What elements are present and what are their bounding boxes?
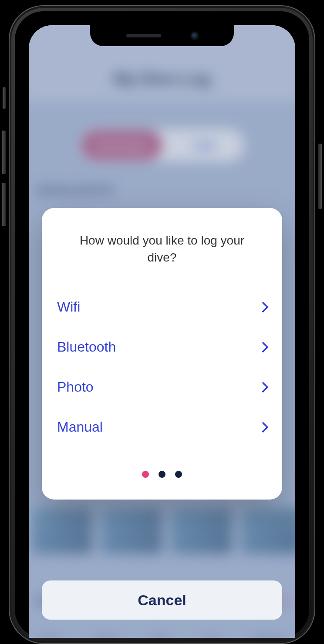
chevron-right-icon bbox=[257, 302, 268, 312]
option-wifi[interactable]: Wifi bbox=[57, 287, 267, 327]
option-bluetooth[interactable]: Bluetooth bbox=[57, 327, 267, 367]
chevron-right-icon bbox=[257, 382, 268, 392]
page-dot-active bbox=[142, 471, 149, 478]
option-photo[interactable]: Photo bbox=[57, 367, 267, 407]
page-dot bbox=[175, 471, 182, 478]
notch bbox=[90, 25, 234, 46]
volume-down-button bbox=[2, 183, 6, 226]
speaker bbox=[126, 34, 161, 37]
chevron-right-icon bbox=[257, 342, 268, 352]
chevron-right-icon bbox=[257, 422, 268, 433]
option-label: Photo bbox=[57, 379, 94, 395]
cancel-label: Cancel bbox=[138, 592, 186, 609]
page-dot bbox=[159, 471, 165, 478]
option-label: Manual bbox=[57, 419, 103, 435]
page-indicator bbox=[57, 471, 267, 478]
phone-frame: My Dive Log Summary List HIGHLIGHTS MY D… bbox=[9, 5, 315, 644]
log-dive-modal: How would you like to log your dive? Wif… bbox=[42, 208, 282, 500]
option-label: Bluetooth bbox=[57, 339, 116, 355]
option-label: Wifi bbox=[57, 299, 80, 315]
volume-up-button bbox=[2, 131, 6, 174]
modal-title: How would you like to log your dive? bbox=[57, 232, 267, 266]
screen: My Dive Log Summary List HIGHLIGHTS MY D… bbox=[29, 25, 295, 638]
phone-bezel: My Dive Log Summary List HIGHLIGHTS MY D… bbox=[15, 11, 309, 638]
option-manual[interactable]: Manual bbox=[57, 407, 267, 447]
front-camera bbox=[192, 33, 198, 39]
power-button bbox=[318, 144, 322, 209]
silence-switch bbox=[3, 87, 6, 109]
cancel-button[interactable]: Cancel bbox=[42, 580, 282, 620]
